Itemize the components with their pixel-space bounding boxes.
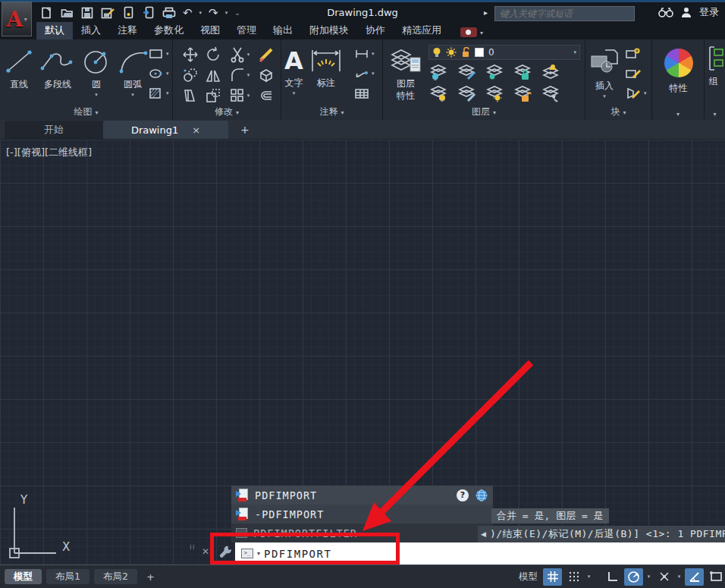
snap-caret-icon[interactable]: ▾ <box>585 574 592 580</box>
open-file-icon[interactable] <box>60 6 74 20</box>
save-as-icon[interactable] <box>101 6 115 20</box>
undo-icon[interactable]: ↶ <box>183 6 193 20</box>
rectangle-button[interactable]: ▾ <box>149 44 169 64</box>
arc-button[interactable]: 圆弧 ▾ <box>115 42 150 98</box>
layer-tool-icon[interactable] <box>541 84 562 102</box>
redo-icon[interactable]: ↷ <box>209 6 218 20</box>
panel-label-group[interactable]: ▾ <box>705 108 725 118</box>
recent-commands-caret-icon[interactable]: ▾ <box>257 550 260 557</box>
polar-tracking-toggle-icon[interactable] <box>624 568 643 586</box>
object-snap-caret-icon[interactable]: ▾ <box>676 574 683 580</box>
panel-label-layers[interactable]: 图层 ▾ <box>383 105 585 118</box>
panel-label-block[interactable]: 块 ▾ <box>585 105 651 118</box>
popup-item-pdfimport[interactable]: PDFIMPORT ? <box>231 486 493 505</box>
panel-label-draw[interactable]: 绘图 ▾ <box>0 105 172 118</box>
new-tab-icon[interactable]: + <box>240 124 250 136</box>
dimension-button[interactable]: 标注 <box>308 42 344 96</box>
layout-tab-layout1[interactable]: 布局1 <box>46 569 89 584</box>
linear-dimension-button[interactable]: ▾ <box>354 44 375 64</box>
rectangle-caret-icon[interactable]: ▾ <box>166 51 169 57</box>
close-tab-icon[interactable]: × <box>192 124 200 136</box>
fillet-button[interactable]: ▾ <box>230 67 250 83</box>
ribbon-tab-annotate[interactable]: 注释 <box>109 22 146 39</box>
snap-toggle-icon[interactable] <box>564 568 583 586</box>
text-button[interactable]: A 文字 ▾ <box>284 42 303 96</box>
search-web-globe-icon[interactable] <box>475 489 488 502</box>
linear-dimension-caret-icon[interactable]: ▾ <box>372 51 375 57</box>
circle-flyout-caret-icon[interactable]: ▾ <box>95 92 98 98</box>
layer-tool-icon[interactable] <box>457 84 478 102</box>
ribbon-tab-collaborate[interactable]: 协作 <box>357 22 394 39</box>
layer-tool-icon[interactable] <box>513 84 534 102</box>
screen-record-icon[interactable] <box>460 27 477 37</box>
ellipse-caret-icon[interactable]: ▾ <box>166 71 169 77</box>
polyline-button[interactable]: 多段线 <box>38 42 77 98</box>
table-button[interactable] <box>354 83 375 103</box>
layout-tab-model[interactable]: 模型 <box>5 569 42 584</box>
ribbon-tab-parametric[interactable]: 参数化 <box>146 22 192 39</box>
user-icon[interactable] <box>681 7 692 18</box>
text-caret-icon[interactable]: ▾ <box>293 90 296 96</box>
edit-block-button[interactable] <box>625 64 647 83</box>
popup-item-pdfimportfilter[interactable]: PDFIMPORTFILTER <box>231 524 493 542</box>
layout-tab-layout2[interactable]: 布局2 <box>94 569 137 584</box>
ribbon-tab-insert[interactable]: 插入 <box>73 22 109 39</box>
panel-label-properties[interactable]: ▾ <box>652 108 704 118</box>
panel-label-modify[interactable]: 修改 ▾ <box>173 105 281 118</box>
object-snap-toggle-icon[interactable] <box>654 568 673 586</box>
command-input-bar[interactable]: >_ ▾ PDFIMPORT <box>235 542 725 564</box>
ribbon-tab-featured-apps[interactable]: 精选应用 <box>394 22 450 39</box>
offset-icon[interactable] <box>258 87 275 104</box>
rotate-icon[interactable] <box>205 46 221 63</box>
redo-dropdown-icon[interactable]: ▾ <box>225 10 228 16</box>
trim-button[interactable]: ▾ <box>230 46 250 63</box>
command-input-text[interactable]: PDFIMPORT <box>264 548 331 560</box>
array-caret-icon[interactable]: ▾ <box>247 93 250 99</box>
commandline-customize-icon[interactable] <box>218 544 234 561</box>
layer-tool-icon[interactable] <box>541 63 562 81</box>
hatch-button[interactable]: ▾ <box>149 83 169 103</box>
search-input[interactable] <box>494 6 635 21</box>
panel-label-annotate[interactable]: 注释 ▾ <box>281 105 382 118</box>
undo-dropdown-icon[interactable]: ▾ <box>199 10 202 16</box>
hatch-caret-icon[interactable]: ▾ <box>166 90 169 96</box>
polar-caret-icon[interactable]: ▾ <box>645 574 652 580</box>
line-button[interactable]: 直线 <box>3 42 35 98</box>
stretch-icon[interactable] <box>182 87 199 104</box>
ribbon-tab-output[interactable]: 输出 <box>265 22 301 39</box>
circle-button[interactable]: 圆 ▾ <box>80 42 112 98</box>
help-icon[interactable]: ? <box>457 489 469 502</box>
define-attributes-button[interactable]: ▾ <box>625 83 647 103</box>
file-tab-start[interactable]: 开始 <box>5 121 103 139</box>
copy-icon[interactable] <box>182 67 199 83</box>
new-file-icon[interactable] <box>39 6 53 20</box>
history-scroll-icon[interactable]: ◀ <box>481 530 486 538</box>
erase-icon[interactable] <box>258 46 275 63</box>
layer-tool-icon[interactable] <box>428 84 450 102</box>
ribbon-options-caret-icon[interactable]: ▾ <box>480 30 483 36</box>
upload-icon[interactable] <box>121 6 135 20</box>
arc-flyout-caret-icon[interactable]: ▾ <box>131 92 134 98</box>
ribbon-tab-view[interactable]: 视图 <box>192 22 228 39</box>
insert-block-button[interactable]: 插入 ▾ <box>587 42 622 99</box>
popup-item-pdfimport-cli[interactable]: -PDFIMPORT <box>231 505 493 524</box>
layer-tool-icon[interactable] <box>513 63 534 81</box>
properties-button[interactable]: 特性 <box>652 44 705 95</box>
search-binoculars-icon[interactable] <box>658 7 673 18</box>
layer-dropdown-caret-icon[interactable]: ▾ <box>573 49 576 55</box>
insert-caret-icon[interactable]: ▾ <box>603 93 606 99</box>
layer-dropdown[interactable]: 0 ▾ <box>428 45 580 60</box>
move-icon[interactable] <box>182 46 199 63</box>
layer-tool-icon[interactable] <box>485 84 506 102</box>
layer-tool-icon[interactable] <box>457 63 478 81</box>
file-tab-drawing1[interactable]: Drawing1 × <box>103 121 228 139</box>
model-space-toggle[interactable]: 模型 <box>519 571 538 583</box>
layer-properties-button[interactable]: 图层 特性 <box>386 42 425 102</box>
commandline-close-icon[interactable]: ✕ <box>202 546 209 557</box>
login-button[interactable]: 登录 <box>699 5 719 19</box>
leader-button[interactable]: ▾ <box>354 64 375 83</box>
mirror-icon[interactable] <box>205 67 221 83</box>
transfer-icon[interactable] <box>142 6 155 20</box>
fillet-caret-icon[interactable]: ▾ <box>247 72 250 78</box>
trim-caret-icon[interactable]: ▾ <box>247 52 250 58</box>
